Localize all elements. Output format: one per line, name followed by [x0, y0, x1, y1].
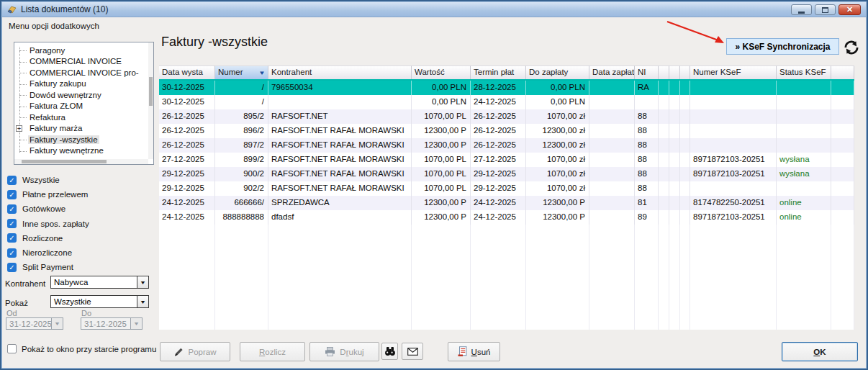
- column-header-kontrahent[interactable]: Kontrahent: [268, 66, 412, 79]
- cell-c2: [669, 167, 680, 181]
- cell-numer_ksef: [690, 124, 777, 138]
- filler-cell: [635, 225, 659, 330]
- close-button[interactable]: ✕: [838, 4, 861, 15]
- tree-item[interactable]: COMMERCIAL INVOICE: [14, 56, 153, 68]
- tree-item-label: Faktury marża: [28, 124, 84, 132]
- cell-numer: 896/2: [215, 124, 268, 138]
- ksef-sync-button[interactable]: » KSeF Synchronizacja: [726, 38, 839, 55]
- table-row[interactable]: 29-12-2025900/2RAFSOFT.NET RAFAŁ MORAWSK…: [159, 167, 854, 181]
- tree-item-label: Faktury zakupu: [28, 79, 88, 88]
- cell-data_zaplaty: [589, 138, 635, 153]
- cell-numer_ksef: [690, 81, 777, 95]
- tree-hscroll-thumb[interactable]: [22, 160, 107, 163]
- column-header-c3[interactable]: [680, 66, 690, 79]
- table-row[interactable]: 24-12-2025888888888dfadsf12300,00 P24-12…: [159, 210, 854, 225]
- od-date-select[interactable]: 31-12-2025 ▼: [6, 317, 63, 330]
- column-header-data_wyst[interactable]: Data wysta: [159, 66, 215, 79]
- column-header-numer_ksef[interactable]: Numer KSeF: [690, 66, 777, 79]
- tree-item[interactable]: Dowód wewnętrzny: [14, 89, 153, 101]
- cell-ni: 88: [635, 124, 659, 138]
- cell-kontrahent: dfadsf: [268, 210, 412, 225]
- expand-plus-icon[interactable]: +: [16, 125, 22, 132]
- cell-numer: 666666/: [215, 196, 268, 210]
- titlebar[interactable]: Lista dokumentów (10) ✕: [2, 2, 866, 17]
- drukuj-button[interactable]: Drukuj: [309, 342, 379, 361]
- table-row[interactable]: 26-12-2025896/2RAFSOFT.NET RAFAŁ MORAWSK…: [159, 124, 854, 138]
- table-row[interactable]: 30-12-2025/0,00 PLN24-12-20250,00 PLN: [159, 95, 854, 109]
- filter-checkbox[interactable]: ✓Split Payment: [7, 261, 73, 273]
- do-dropdown-arrow-icon[interactable]: ▼: [130, 318, 142, 329]
- tree-item[interactable]: Paragony: [14, 45, 153, 56]
- tree-item[interactable]: Refaktura: [14, 112, 153, 123]
- cell-c3: [680, 109, 690, 124]
- table-row[interactable]: 30-12-2025/7965500340,00 PLN28-12-20250,…: [159, 81, 854, 95]
- minimize-button[interactable]: [791, 4, 812, 15]
- tree-vscroll-thumb[interactable]: [149, 77, 153, 106]
- column-header-status_ksef[interactable]: Status KSeF: [777, 66, 831, 79]
- kontrahent-select[interactable]: Nabywca ▼: [50, 276, 149, 289]
- column-header-tail[interactable]: [831, 66, 854, 79]
- column-header-c1[interactable]: [659, 66, 669, 79]
- table-row[interactable]: 24-12-2025666666/SPRZEDAWCA12300,00 P24-…: [159, 196, 854, 210]
- pokaz-dropdown-arrow-icon[interactable]: ▼: [137, 296, 148, 307]
- filter-checkbox[interactable]: ✓Wszystkie: [7, 174, 60, 186]
- cell-c2: [669, 81, 680, 95]
- tree-item[interactable]: COMMERCIAL INVOICE pro-: [14, 67, 153, 78]
- table-row[interactable]: 26-12-2025895/2RAFSOFT.NET1070,00 PL26-1…: [159, 109, 854, 124]
- menu-item-opcje-dodatkowe[interactable]: Menu opcji dodatkowych: [9, 22, 99, 30]
- filler-cell: [777, 225, 831, 330]
- filter-checkbox[interactable]: ✓Gotówkowe: [7, 203, 65, 215]
- search-button[interactable]: [381, 343, 398, 360]
- tree-item[interactable]: Faktury wewnętrzne: [14, 145, 153, 157]
- filter-checkbox[interactable]: ✓Płatne przelewem: [7, 189, 88, 200]
- table-row[interactable]: 29-12-2025902/2RAFSOFT.NET RAFAŁ MORAWSK…: [159, 181, 854, 196]
- kontrahent-dropdown-arrow-icon[interactable]: ▼: [137, 276, 148, 288]
- column-header-numer[interactable]: Numer▼: [215, 66, 268, 79]
- cell-termin: 24-12-2025: [471, 95, 526, 109]
- tree-item[interactable]: Faktury zakupu: [14, 78, 153, 90]
- filter-checkbox[interactable]: ✓Inne spos. zapłaty: [7, 218, 89, 230]
- tree-vertical-scrollbar[interactable]: [148, 42, 153, 159]
- filter-checkbox[interactable]: ✓Nierozliczone: [7, 247, 72, 258]
- filler-cell: [831, 225, 854, 330]
- startup-checkbox[interactable]: Pokaż to okno przy starcie programu: [7, 344, 156, 353]
- cell-kontrahent: RAFSOFT.NET: [268, 109, 412, 124]
- column-header-termin[interactable]: Termin płat: [471, 66, 526, 79]
- table-row[interactable]: 27-12-2025899/2RAFSOFT.NET RAFAŁ MORAWSK…: [159, 153, 854, 167]
- cell-numer_ksef: [690, 95, 777, 109]
- tree-item[interactable]: Faktura ZŁOM: [14, 101, 153, 112]
- od-dropdown-arrow-icon[interactable]: ▼: [51, 318, 63, 329]
- close-icon: ✕: [846, 6, 853, 14]
- cell-tail: [831, 95, 854, 109]
- refresh-icon[interactable]: [842, 38, 861, 57]
- tree-branch-icon: [19, 73, 27, 73]
- pokaz-select[interactable]: Wszystkie ▼: [50, 295, 149, 308]
- usun-button[interactable]: Usuń: [448, 342, 500, 361]
- maximize-button[interactable]: [815, 4, 836, 15]
- tree-item[interactable]: Faktury -wszystkie: [14, 134, 153, 145]
- cell-c2: [669, 124, 680, 138]
- filter-checkbox[interactable]: ✓Rozliczone: [7, 233, 63, 244]
- checkbox-checked-icon: ✓: [7, 176, 17, 185]
- popraw-button[interactable]: Popraw: [160, 342, 230, 361]
- email-button[interactable]: [402, 343, 423, 360]
- cell-status_ksef: [777, 181, 831, 196]
- ok-label: OK: [813, 348, 826, 356]
- table-row[interactable]: 26-12-2025897/2RAFSOFT.NET RAFAŁ MORAWSK…: [159, 138, 854, 153]
- cell-status_ksef: [777, 138, 831, 153]
- tree-horizontal-scrollbar[interactable]: [14, 159, 148, 164]
- tree-item[interactable]: +Faktury marża: [14, 123, 153, 135]
- filler-cell: [659, 225, 669, 330]
- ok-button[interactable]: OK: [782, 342, 858, 361]
- do-date-select[interactable]: 31-12-2025 ▼: [81, 317, 143, 330]
- checkbox-checked-icon: ✓: [7, 248, 17, 258]
- cell-c3: [680, 153, 690, 167]
- column-header-c2[interactable]: [669, 66, 680, 79]
- column-header-wartosc[interactable]: Wartość: [412, 66, 471, 79]
- column-header-ni[interactable]: NI: [635, 66, 659, 79]
- column-header-data_zaplaty[interactable]: Data zapłat: [589, 66, 635, 79]
- column-header-do_zaplaty[interactable]: Do zapłaty: [526, 66, 589, 79]
- rozlicz-button[interactable]: Rozlicz: [240, 342, 305, 361]
- cell-tail: [831, 167, 854, 181]
- cell-c1: [659, 153, 669, 167]
